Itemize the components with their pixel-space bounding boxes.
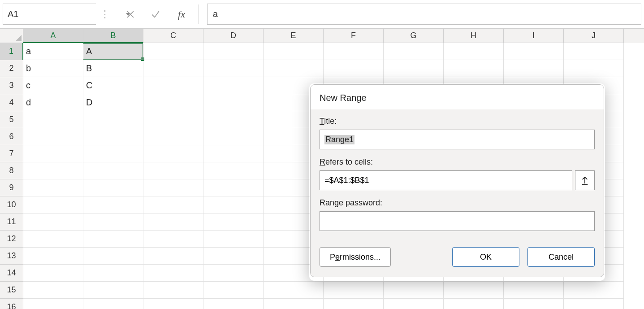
cell-C10[interactable] <box>143 196 203 213</box>
cell-D9[interactable] <box>203 179 264 196</box>
cancel-button[interactable]: Cancel <box>527 247 595 267</box>
column-header-B[interactable]: B <box>83 29 143 43</box>
cell-C11[interactable] <box>143 213 203 231</box>
row-header-16[interactable]: 16 <box>0 299 23 309</box>
cell-G16[interactable] <box>384 299 444 309</box>
cell-D2[interactable] <box>203 60 264 77</box>
cell-A14[interactable] <box>23 265 83 282</box>
cell-B13[interactable] <box>83 248 143 265</box>
cell-D1[interactable] <box>203 43 264 60</box>
cell-J2[interactable] <box>564 60 624 77</box>
title-input[interactable]: Range1 <box>320 130 595 149</box>
cell-A8[interactable] <box>23 162 83 179</box>
cell-A2[interactable]: b <box>23 60 83 77</box>
cell-B1[interactable]: A <box>83 43 143 60</box>
cell-B12[interactable] <box>83 231 143 248</box>
cell-D16[interactable] <box>203 299 264 309</box>
row-header-2[interactable]: 2 <box>0 60 23 77</box>
row-header-11[interactable]: 11 <box>0 213 23 231</box>
row-header-4[interactable]: 4 <box>0 94 23 111</box>
cell-E1[interactable] <box>264 43 324 60</box>
cell-C2[interactable] <box>143 60 203 77</box>
cell-A7[interactable] <box>23 145 83 162</box>
cell-E16[interactable] <box>264 299 324 309</box>
row-header-8[interactable]: 8 <box>0 162 23 179</box>
cell-B11[interactable] <box>83 213 143 231</box>
select-all-corner[interactable] <box>0 29 23 43</box>
cell-A1[interactable]: a <box>23 43 83 60</box>
cell-C8[interactable] <box>143 162 203 179</box>
insert-function-icon[interactable]: fx <box>168 0 195 28</box>
row-header-12[interactable]: 12 <box>0 231 23 248</box>
column-header-H[interactable]: H <box>444 29 504 43</box>
cell-C14[interactable] <box>143 265 203 282</box>
cell-A11[interactable] <box>23 213 83 231</box>
row-header-9[interactable]: 9 <box>0 179 23 196</box>
cell-C9[interactable] <box>143 179 203 196</box>
cell-F1[interactable] <box>324 43 384 60</box>
cell-H16[interactable] <box>444 299 504 309</box>
range-picker-button[interactable] <box>575 170 595 190</box>
row-header-5[interactable]: 5 <box>0 111 23 128</box>
cell-A13[interactable] <box>23 248 83 265</box>
cell-D4[interactable] <box>203 94 264 111</box>
cell-A10[interactable] <box>23 196 83 213</box>
column-header-E[interactable]: E <box>264 29 324 43</box>
cell-D11[interactable] <box>203 213 264 231</box>
row-header-6[interactable]: 6 <box>0 128 23 145</box>
column-header-J[interactable]: J <box>564 29 624 43</box>
column-header-G[interactable]: G <box>384 29 444 43</box>
cell-D6[interactable] <box>203 128 264 145</box>
cell-A16[interactable] <box>23 299 83 309</box>
row-header-14[interactable]: 14 <box>0 265 23 282</box>
cell-C12[interactable] <box>143 231 203 248</box>
cell-A4[interactable]: d <box>23 94 83 111</box>
ok-button[interactable]: OK <box>452 247 519 267</box>
cell-A5[interactable] <box>23 111 83 128</box>
permissions-button[interactable]: Permissions... <box>320 247 391 267</box>
cell-C6[interactable] <box>143 128 203 145</box>
cell-E2[interactable] <box>264 60 324 77</box>
cell-A3[interactable]: c <box>23 77 83 94</box>
cell-B3[interactable]: C <box>83 77 143 94</box>
cell-I15[interactable] <box>504 282 564 299</box>
formula-bar-expand-icon[interactable]: ⋮ <box>99 0 110 28</box>
cell-G1[interactable] <box>384 43 444 60</box>
cell-B10[interactable] <box>83 196 143 213</box>
column-header-F[interactable]: F <box>324 29 384 43</box>
refers-input[interactable] <box>320 170 572 190</box>
cell-G2[interactable] <box>384 60 444 77</box>
cell-D3[interactable] <box>203 77 264 94</box>
column-header-D[interactable]: D <box>203 29 264 43</box>
cell-B16[interactable] <box>83 299 143 309</box>
cell-B4[interactable]: D <box>83 94 143 111</box>
cell-D15[interactable] <box>203 282 264 299</box>
cell-D7[interactable] <box>203 145 264 162</box>
column-header-A[interactable]: A <box>23 29 83 43</box>
cell-B9[interactable] <box>83 179 143 196</box>
cell-E15[interactable] <box>264 282 324 299</box>
cell-F2[interactable] <box>324 60 384 77</box>
password-input[interactable] <box>320 211 595 231</box>
cell-B15[interactable] <box>83 282 143 299</box>
cell-F15[interactable] <box>324 282 384 299</box>
cell-A12[interactable] <box>23 231 83 248</box>
cell-C1[interactable] <box>143 43 203 60</box>
cell-I2[interactable] <box>504 60 564 77</box>
cell-D14[interactable] <box>203 265 264 282</box>
cell-I1[interactable] <box>504 43 564 60</box>
cell-G15[interactable] <box>384 282 444 299</box>
cell-C5[interactable] <box>143 111 203 128</box>
cell-H2[interactable] <box>444 60 504 77</box>
cell-J15[interactable] <box>564 282 624 299</box>
cell-C13[interactable] <box>143 248 203 265</box>
cell-C16[interactable] <box>143 299 203 309</box>
cell-A9[interactable] <box>23 179 83 196</box>
cell-D13[interactable] <box>203 248 264 265</box>
cell-H1[interactable] <box>444 43 504 60</box>
formula-input-wrap[interactable] <box>207 4 641 25</box>
column-header-I[interactable]: I <box>504 29 564 43</box>
cell-C3[interactable] <box>143 77 203 94</box>
column-header-C[interactable]: C <box>143 29 203 43</box>
cell-C7[interactable] <box>143 145 203 162</box>
